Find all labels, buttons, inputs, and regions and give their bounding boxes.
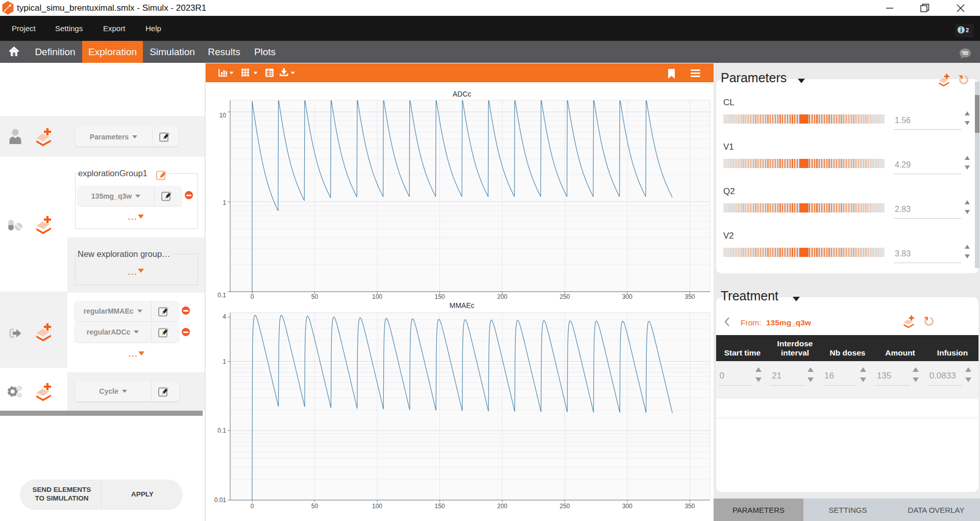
svg-text:0.01: 0.01	[214, 496, 227, 504]
svg-text:2: 2	[966, 27, 969, 33]
svg-text:200: 200	[497, 293, 507, 300]
svg-text:0: 0	[251, 503, 254, 510]
svg-text:100: 100	[372, 293, 382, 300]
svg-text:250: 250	[559, 503, 570, 510]
svg-text:100: 100	[372, 503, 382, 510]
svg-text:150: 150	[434, 503, 445, 510]
svg-text:350: 350	[684, 293, 695, 300]
svg-text:1: 1	[223, 199, 226, 206]
svg-text:ADCc: ADCc	[453, 90, 472, 98]
svg-text:50: 50	[311, 293, 318, 300]
svg-text:MMAEc: MMAEc	[450, 301, 475, 310]
svg-text:0.1: 0.1	[217, 427, 226, 434]
svg-text:200: 200	[497, 503, 507, 510]
svg-text:300: 300	[622, 503, 632, 510]
svg-text:0.1: 0.1	[217, 292, 226, 299]
svg-text:0: 0	[251, 293, 254, 300]
svg-text:300: 300	[622, 293, 632, 300]
svg-text:350: 350	[684, 503, 695, 510]
svg-text:4: 4	[223, 313, 226, 320]
svg-text:1: 1	[223, 358, 226, 365]
svg-text:250: 250	[559, 293, 570, 300]
svg-text:150: 150	[434, 293, 445, 300]
svg-text:10: 10	[219, 112, 227, 119]
svg-text:50: 50	[311, 503, 318, 510]
